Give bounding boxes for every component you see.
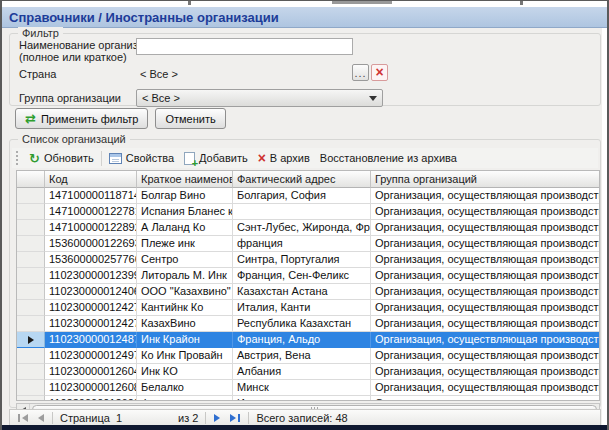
cell-address[interactable]: Болгария, София — [233, 188, 371, 204]
column-header-address[interactable]: Фактический адрес — [233, 171, 371, 188]
row-selector-cell[interactable] — [17, 364, 45, 380]
cell-short-name[interactable]: Инк КО — [137, 364, 233, 380]
row-selector-cell[interactable] — [17, 188, 45, 204]
cell-org-group[interactable]: Организация, осуществляющая производство… — [371, 188, 599, 204]
cell-short-name[interactable]: Инк Крайон — [137, 332, 233, 348]
first-page-button[interactable] — [13, 414, 33, 422]
cell-code[interactable]: 1471000001187144 — [45, 188, 137, 204]
cell-short-name[interactable]: ООО "Казахвино" — [137, 284, 233, 300]
cell-address[interactable]: Австрия, Вена — [233, 348, 371, 364]
table-row[interactable]: 11023000001240680 ООО "Казахвино" Казахс… — [17, 284, 599, 300]
last-page-button[interactable] — [225, 414, 245, 422]
cell-address[interactable]: Минск — [233, 380, 371, 396]
table-row[interactable]: 11023000001260443 Инк КО Албания Организ… — [17, 364, 599, 380]
cell-org-group[interactable]: Организация, осуществляющая производство… — [371, 316, 599, 332]
row-selector-cell[interactable] — [17, 220, 45, 236]
cell-short-name[interactable]: Фантини — [137, 396, 233, 401]
next-page-button[interactable] — [209, 414, 225, 422]
cell-org-group[interactable]: Организация, осуществляющая производство… — [371, 348, 599, 364]
table-row[interactable]: 1536000001226931 Плеже инк франция Орган… — [17, 236, 599, 252]
properties-button[interactable]: Свойства — [104, 151, 179, 165]
cell-code[interactable]: 11023000001242747 — [45, 316, 137, 332]
toolbar-grip-icon[interactable] — [16, 151, 18, 165]
cell-short-name[interactable]: Литораль М. Инк — [137, 268, 233, 284]
cell-address[interactable]: Синтра, Португалия — [233, 252, 371, 268]
table-row[interactable]: 1536000002577667 Сентро Синтра, Португал… — [17, 252, 599, 268]
cell-org-group[interactable]: Организация, осуществляющая производство… — [371, 204, 599, 220]
cell-short-name[interactable]: Белалко — [137, 380, 233, 396]
cell-code[interactable]: 11023000001239976 — [45, 268, 137, 284]
cell-short-name[interactable]: Испания Бланес корп — [137, 204, 233, 220]
cell-address[interactable]: франция — [233, 236, 371, 252]
table-row[interactable]: 11023000001260948 Фантини Испания Органи… — [17, 396, 599, 401]
cell-short-name[interactable]: Плеже инк — [137, 236, 233, 252]
column-header-org-group[interactable]: Группа организаций — [371, 171, 599, 188]
table-row[interactable]: 1471000001187144 Болгар Вино Болгария, С… — [17, 188, 599, 204]
column-header-code[interactable]: Код — [45, 171, 137, 188]
row-selector-cell[interactable] — [17, 316, 45, 332]
cell-address[interactable]: Испания — [233, 396, 371, 401]
refresh-button[interactable]: ↻ Обновить — [24, 151, 99, 165]
row-selector-cell[interactable] — [17, 300, 45, 316]
apply-filter-button[interactable]: ⇄ Применить фильтр — [15, 108, 148, 129]
cell-org-group[interactable]: Организация, осуществляющая производство… — [371, 284, 599, 300]
cell-org-group[interactable]: Организация, осуществляющая производство… — [371, 396, 599, 401]
archive-button[interactable]: × В архив — [253, 151, 315, 165]
cell-org-group[interactable]: Организация, осуществляющая производство… — [371, 220, 599, 236]
cell-short-name[interactable]: Сентро — [137, 252, 233, 268]
cell-code[interactable]: 11023000001260844 — [45, 380, 137, 396]
column-header-short-name[interactable]: Краткое наименование — [137, 171, 233, 188]
country-browse-button[interactable]: ... — [352, 64, 369, 81]
table-row[interactable]: 1471000001227819 Испания Бланес корп Орг… — [17, 204, 599, 220]
table-row[interactable]: 11023000001249784 Ко Инк Провайн Австрия… — [17, 348, 599, 364]
cancel-button[interactable]: Отменить — [155, 108, 225, 129]
cell-address[interactable]: Республика Казахстан — [233, 316, 371, 332]
row-selector-cell[interactable] — [17, 204, 45, 220]
cell-code[interactable]: 1471000001227819 — [45, 204, 137, 220]
cell-address[interactable]: Италия, Канти — [233, 300, 371, 316]
cell-code[interactable]: 11023000001260443 — [45, 364, 137, 380]
cell-address[interactable]: Казахстан Астана — [233, 284, 371, 300]
cell-address[interactable]: Сэнт-Лубес, Жиронда, Франция — [233, 220, 371, 236]
cell-address[interactable]: Франция, Альдо — [233, 332, 371, 348]
row-selector-cell[interactable] — [17, 236, 45, 252]
cell-short-name[interactable]: Болгар Вино — [137, 188, 233, 204]
row-selector-cell[interactable] — [17, 396, 45, 401]
table-row[interactable]: 11023000001260844 Белалко Минск Организа… — [17, 380, 599, 396]
cell-code[interactable]: 11023000001240680 — [45, 284, 137, 300]
cell-org-group[interactable]: Организация, осуществляющая производство… — [371, 380, 599, 396]
cell-code[interactable]: 1536000001226931 — [45, 236, 137, 252]
table-row[interactable]: 11023000001248773 Инк Крайон Франция, Ал… — [17, 332, 599, 348]
country-clear-button[interactable]: × — [371, 64, 388, 81]
table-row[interactable]: 11023000001242747 КазахВино Республика К… — [17, 316, 599, 332]
cell-code[interactable]: 1536000002577667 — [45, 252, 137, 268]
cell-org-group[interactable]: Организация, осуществляющая производство… — [371, 252, 599, 268]
row-selector-cell[interactable] — [17, 348, 45, 364]
org-group-select[interactable]: < Все > — [136, 89, 383, 107]
row-selector-cell[interactable] — [17, 252, 45, 268]
cell-code[interactable]: 11023000001249784 — [45, 348, 137, 364]
cell-org-group[interactable]: Организация, осуществляющая производство… — [371, 236, 599, 252]
cell-code[interactable]: 11023000001260948 — [45, 396, 137, 401]
cell-address[interactable] — [233, 204, 371, 220]
cell-org-group[interactable]: Организация, осуществляющая производство… — [371, 364, 599, 380]
cell-address[interactable]: Франция, Сен-Феликс — [233, 268, 371, 284]
cell-code[interactable]: 11023000001248773 — [45, 332, 137, 348]
row-selector-cell[interactable] — [17, 380, 45, 396]
cell-short-name[interactable]: А Лаланд Ко — [137, 220, 233, 236]
restore-from-archive-button[interactable]: Восстановление из архива — [315, 151, 462, 165]
cell-short-name[interactable]: Ко Инк Провайн — [137, 348, 233, 364]
cell-org-group[interactable]: Организация, осуществляющая производство… — [371, 268, 599, 284]
add-button[interactable]: + Добавить — [179, 151, 253, 166]
table-row[interactable]: 1471000001228921 А Лаланд Ко Сэнт-Лубес,… — [17, 220, 599, 236]
org-name-input[interactable] — [136, 38, 353, 55]
cell-code[interactable]: 1471000001228921 — [45, 220, 137, 236]
cell-address[interactable]: Албания — [233, 364, 371, 380]
prev-page-button[interactable] — [33, 414, 49, 422]
cell-short-name[interactable]: Кантийнк Ко — [137, 300, 233, 316]
cell-short-name[interactable]: КазахВино — [137, 316, 233, 332]
cell-org-group[interactable]: Организация, осуществляющая производство… — [371, 300, 599, 316]
cell-org-group[interactable]: Организация, осуществляющая производство… — [371, 332, 599, 348]
row-selector-cell[interactable] — [17, 332, 45, 348]
table-row[interactable]: 11023000001242746 Кантийнк Ко Италия, Ка… — [17, 300, 599, 316]
